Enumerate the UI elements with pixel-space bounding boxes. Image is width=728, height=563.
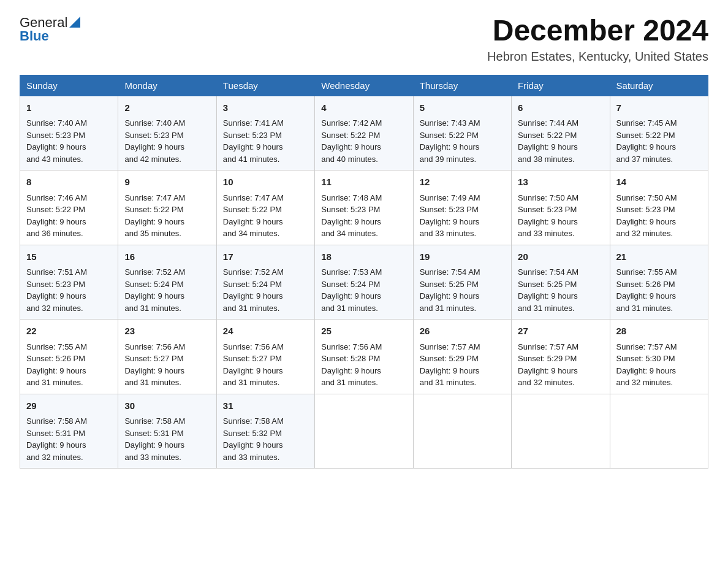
calendar-cell: 13Sunrise: 7:50 AMSunset: 5:23 PMDayligh… [512,170,610,245]
day-info: Sunrise: 7:42 AMSunset: 5:22 PMDaylight:… [321,117,406,165]
day-number: 23 [124,324,210,339]
calendar-cell: 19Sunrise: 7:54 AMSunset: 5:25 PMDayligh… [413,245,511,320]
day-number: 26 [420,324,505,339]
calendar-cell [315,394,413,469]
logo-text-blue: Blue [20,28,49,44]
day-info: Sunrise: 7:57 AMSunset: 5:30 PMDaylight:… [616,341,702,389]
day-number: 19 [420,250,505,264]
day-info: Sunrise: 7:58 AMSunset: 5:32 PMDaylight:… [223,415,308,463]
day-info: Sunrise: 7:50 AMSunset: 5:23 PMDaylight:… [518,192,603,240]
calendar-cell: 29Sunrise: 7:58 AMSunset: 5:31 PMDayligh… [20,394,118,469]
day-info: Sunrise: 7:58 AMSunset: 5:31 PMDaylight:… [26,415,112,463]
day-info: Sunrise: 7:55 AMSunset: 5:26 PMDaylight:… [616,266,702,314]
day-info: Sunrise: 7:55 AMSunset: 5:26 PMDaylight:… [26,341,112,389]
day-info: Sunrise: 7:45 AMSunset: 5:22 PMDaylight:… [616,117,702,165]
calendar-week-row: 1Sunrise: 7:40 AMSunset: 5:23 PMDaylight… [20,96,708,170]
calendar-week-row: 29Sunrise: 7:58 AMSunset: 5:31 PMDayligh… [20,394,708,469]
svg-marker-0 [69,17,80,28]
calendar-cell [413,394,511,469]
day-number: 12 [420,175,505,190]
day-number: 16 [124,250,210,264]
day-number: 14 [616,175,702,190]
calendar-cell: 11Sunrise: 7:48 AMSunset: 5:23 PMDayligh… [315,170,413,245]
day-info: Sunrise: 7:54 AMSunset: 5:25 PMDaylight:… [518,266,603,314]
day-number: 27 [518,324,603,339]
title-block: December 2024 Hebron Estates, Kentucky, … [487,15,708,64]
calendar-cell [512,394,610,469]
day-info: Sunrise: 7:57 AMSunset: 5:29 PMDaylight:… [420,341,505,389]
calendar-cell: 26Sunrise: 7:57 AMSunset: 5:29 PMDayligh… [413,320,511,394]
day-info: Sunrise: 7:47 AMSunset: 5:22 PMDaylight:… [223,192,308,240]
day-info: Sunrise: 7:56 AMSunset: 5:27 PMDaylight:… [124,341,210,389]
day-info: Sunrise: 7:47 AMSunset: 5:22 PMDaylight:… [124,192,210,240]
calendar-cell: 8Sunrise: 7:46 AMSunset: 5:22 PMDaylight… [20,170,118,245]
calendar-cell: 12Sunrise: 7:49 AMSunset: 5:23 PMDayligh… [413,170,511,245]
day-number: 11 [321,175,406,190]
header-friday: Friday [512,75,610,96]
calendar-cell: 20Sunrise: 7:54 AMSunset: 5:25 PMDayligh… [512,245,610,320]
calendar-week-row: 15Sunrise: 7:51 AMSunset: 5:23 PMDayligh… [20,245,708,320]
page-header: General Blue December 2024 Hebron Estate… [20,15,708,64]
day-number: 2 [124,101,210,115]
day-number: 25 [321,324,406,339]
calendar-cell: 22Sunrise: 7:55 AMSunset: 5:26 PMDayligh… [20,320,118,394]
day-info: Sunrise: 7:56 AMSunset: 5:28 PMDaylight:… [321,341,406,389]
calendar-cell: 6Sunrise: 7:44 AMSunset: 5:22 PMDaylight… [512,96,610,170]
location-subtitle: Hebron Estates, Kentucky, United States [487,50,708,64]
day-info: Sunrise: 7:53 AMSunset: 5:24 PMDaylight:… [321,266,406,314]
day-number: 17 [223,250,308,264]
day-number: 15 [26,250,112,264]
calendar-cell: 21Sunrise: 7:55 AMSunset: 5:26 PMDayligh… [610,245,708,320]
calendar-cell: 1Sunrise: 7:40 AMSunset: 5:23 PMDaylight… [20,96,118,170]
header-thursday: Thursday [413,75,511,96]
calendar-cell: 15Sunrise: 7:51 AMSunset: 5:23 PMDayligh… [20,245,118,320]
day-number: 9 [124,175,210,190]
calendar-cell: 5Sunrise: 7:43 AMSunset: 5:22 PMDaylight… [413,96,511,170]
calendar-cell: 31Sunrise: 7:58 AMSunset: 5:32 PMDayligh… [216,394,314,469]
logo-triangle-icon [69,17,80,28]
calendar-week-row: 8Sunrise: 7:46 AMSunset: 5:22 PMDaylight… [20,170,708,245]
calendar-cell: 2Sunrise: 7:40 AMSunset: 5:23 PMDaylight… [118,96,216,170]
day-info: Sunrise: 7:58 AMSunset: 5:31 PMDaylight:… [124,415,210,463]
day-info: Sunrise: 7:57 AMSunset: 5:29 PMDaylight:… [518,341,603,389]
calendar-cell: 17Sunrise: 7:52 AMSunset: 5:24 PMDayligh… [216,245,314,320]
header-saturday: Saturday [610,75,708,96]
day-info: Sunrise: 7:52 AMSunset: 5:24 PMDaylight:… [124,266,210,314]
calendar-cell: 4Sunrise: 7:42 AMSunset: 5:22 PMDaylight… [315,96,413,170]
calendar-cell: 30Sunrise: 7:58 AMSunset: 5:31 PMDayligh… [118,394,216,469]
day-info: Sunrise: 7:40 AMSunset: 5:23 PMDaylight:… [124,117,210,165]
day-number: 5 [420,101,505,115]
calendar-cell: 25Sunrise: 7:56 AMSunset: 5:28 PMDayligh… [315,320,413,394]
header-wednesday: Wednesday [315,75,413,96]
header-tuesday: Tuesday [216,75,314,96]
calendar-cell: 7Sunrise: 7:45 AMSunset: 5:22 PMDaylight… [610,96,708,170]
day-info: Sunrise: 7:44 AMSunset: 5:22 PMDaylight:… [518,117,603,165]
calendar-cell: 14Sunrise: 7:50 AMSunset: 5:23 PMDayligh… [610,170,708,245]
day-number: 10 [223,175,308,190]
day-number: 24 [223,324,308,339]
calendar-header-row: SundayMondayTuesdayWednesdayThursdayFrid… [20,75,708,96]
calendar-cell: 24Sunrise: 7:56 AMSunset: 5:27 PMDayligh… [216,320,314,394]
header-monday: Monday [118,75,216,96]
logo: General Blue [20,15,80,44]
day-number: 3 [223,101,308,115]
calendar-cell: 23Sunrise: 7:56 AMSunset: 5:27 PMDayligh… [118,320,216,394]
day-info: Sunrise: 7:41 AMSunset: 5:23 PMDaylight:… [223,117,308,165]
day-info: Sunrise: 7:40 AMSunset: 5:23 PMDaylight:… [26,117,112,165]
calendar-cell: 28Sunrise: 7:57 AMSunset: 5:30 PMDayligh… [610,320,708,394]
day-info: Sunrise: 7:43 AMSunset: 5:22 PMDaylight:… [420,117,505,165]
calendar-week-row: 22Sunrise: 7:55 AMSunset: 5:26 PMDayligh… [20,320,708,394]
day-number: 8 [26,175,112,190]
calendar-cell: 18Sunrise: 7:53 AMSunset: 5:24 PMDayligh… [315,245,413,320]
day-info: Sunrise: 7:56 AMSunset: 5:27 PMDaylight:… [223,341,308,389]
day-info: Sunrise: 7:46 AMSunset: 5:22 PMDaylight:… [26,192,112,240]
calendar-cell: 3Sunrise: 7:41 AMSunset: 5:23 PMDaylight… [216,96,314,170]
day-number: 29 [26,399,112,413]
day-info: Sunrise: 7:48 AMSunset: 5:23 PMDaylight:… [321,192,406,240]
day-number: 18 [321,250,406,264]
calendar-cell: 27Sunrise: 7:57 AMSunset: 5:29 PMDayligh… [512,320,610,394]
day-info: Sunrise: 7:51 AMSunset: 5:23 PMDaylight:… [26,266,112,314]
day-number: 31 [223,399,308,413]
calendar-cell: 10Sunrise: 7:47 AMSunset: 5:22 PMDayligh… [216,170,314,245]
calendar-cell: 16Sunrise: 7:52 AMSunset: 5:24 PMDayligh… [118,245,216,320]
